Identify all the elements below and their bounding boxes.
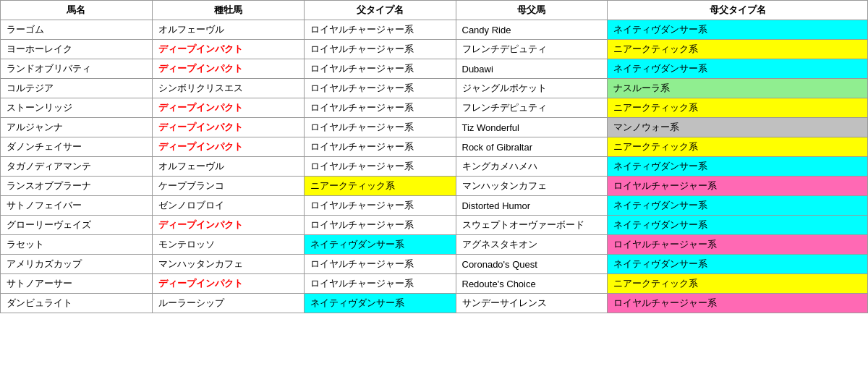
header-broodmare: 母父馬 [456,1,608,20]
header-row: 馬名 種牡馬 父タイプ名 母父馬 母父タイプ名 [1,1,868,20]
broodmare-sire: Distorted Humor [456,196,608,216]
table-row: コルテジアシンボリクリスエスロイヤルチャージャー系ジャングルポケットナスルーラ系 [1,79,868,98]
table-row: ラーゴムオルフェーヴルロイヤルチャージャー系Candy Rideネイティヴダンサ… [1,20,868,40]
table-row: アメリカズカップマンハッタンカフェロイヤルチャージャー系Coronado's Q… [1,255,868,274]
broodmare-sire: キングカメハメハ [456,157,608,177]
broodmare-type: マンノウォー系 [608,118,868,137]
sire-type: ロイヤルチャージャー系 [304,255,456,274]
horse-name: ヨーホーレイク [1,40,153,59]
broodmare-sire: Rock of Gibraltar [456,137,608,157]
broodmare-sire: マンハッタンカフェ [456,177,608,196]
sire-type: ロイヤルチャージャー系 [304,59,456,79]
broodmare-sire: サンデーサイレンス [456,294,608,313]
table-row: サトノフェイバーゼンノロブロイロイヤルチャージャー系Distorted Humo… [1,196,868,216]
broodmare-type: ニアークティック系 [608,98,868,118]
table-body: ラーゴムオルフェーヴルロイヤルチャージャー系Candy Rideネイティヴダンサ… [1,20,868,313]
horse-racing-table: 馬名 種牡馬 父タイプ名 母父馬 母父タイプ名 ラーゴムオルフェーヴルロイヤルチ… [0,0,868,313]
broodmare-sire: Coronado's Quest [456,255,608,274]
table-row: ランドオブリバティディープインパクトロイヤルチャージャー系Dubawiネイティヴ… [1,59,868,79]
broodmare-type: ネイティヴダンサー系 [608,196,868,216]
sire-type: ネイティヴダンサー系 [304,235,456,255]
sire-name: ディープインパクト [152,40,304,59]
broodmare-sire: アグネスタキオン [456,235,608,255]
header-sire: 種牡馬 [152,1,304,20]
horse-name: ランスオブプラーナ [1,177,153,196]
sire-name: ディープインパクト [152,98,304,118]
sire-type: ロイヤルチャージャー系 [304,79,456,98]
sire-type: ロイヤルチャージャー系 [304,216,456,235]
horse-name: ラセット [1,235,153,255]
horse-name: コルテジア [1,79,153,98]
sire-name: ルーラーシップ [152,294,304,313]
broodmare-type: ネイティヴダンサー系 [608,59,868,79]
table-row: ダンビュライトルーラーシップネイティヴダンサー系サンデーサイレンスロイヤルチャー… [1,294,868,313]
sire-name: オルフェーヴル [152,20,304,40]
horse-name: サトノアーサー [1,274,153,294]
broodmare-sire: スウェプトオーヴァーボード [456,216,608,235]
sire-type: ロイヤルチャージャー系 [304,157,456,177]
horse-name: ラーゴム [1,20,153,40]
broodmare-sire: Redoute's Choice [456,274,608,294]
broodmare-sire: Dubawi [456,59,608,79]
table-row: タガノディアマンテオルフェーヴルロイヤルチャージャー系キングカメハメハネイティヴ… [1,157,868,177]
broodmare-type: ニアークティック系 [608,40,868,59]
horse-name: グローリーヴェイズ [1,216,153,235]
broodmare-sire: Candy Ride [456,20,608,40]
sire-name: ディープインパクト [152,137,304,157]
broodmare-type: ニアークティック系 [608,137,868,157]
broodmare-type: ニアークティック系 [608,274,868,294]
sire-name: ケープブランコ [152,177,304,196]
sire-name: ゼンノロブロイ [152,196,304,216]
broodmare-sire: フレンチデピュティ [456,98,608,118]
horse-name: ストーンリッジ [1,98,153,118]
table-row: ヨーホーレイクディープインパクトロイヤルチャージャー系フレンチデピュティニアーク… [1,40,868,59]
table-row: ダノンチェイサーディープインパクトロイヤルチャージャー系Rock of Gibr… [1,137,868,157]
table-row: サトノアーサーディープインパクトロイヤルチャージャー系Redoute's Cho… [1,274,868,294]
sire-type: ロイヤルチャージャー系 [304,118,456,137]
broodmare-type: ネイティヴダンサー系 [608,20,868,40]
broodmare-type: ネイティヴダンサー系 [608,216,868,235]
broodmare-sire: Tiz Wonderful [456,118,608,137]
broodmare-type: ナスルーラ系 [608,79,868,98]
horse-name: タガノディアマンテ [1,157,153,177]
horse-name: ランドオブリバティ [1,59,153,79]
sire-type: ロイヤルチャージャー系 [304,274,456,294]
horse-name: ダンビュライト [1,294,153,313]
sire-type: ロイヤルチャージャー系 [304,98,456,118]
table-row: ラセットモンテロッソネイティヴダンサー系アグネスタキオンロイヤルチャージャー系 [1,235,868,255]
broodmare-type: ロイヤルチャージャー系 [608,177,868,196]
sire-type: ネイティヴダンサー系 [304,294,456,313]
sire-name: ディープインパクト [152,59,304,79]
horse-name: アメリカズカップ [1,255,153,274]
broodmare-sire: ジャングルポケット [456,79,608,98]
sire-type: ロイヤルチャージャー系 [304,40,456,59]
header-horse: 馬名 [1,1,153,20]
sire-name: ディープインパクト [152,118,304,137]
table-row: ランスオブプラーナケープブランコニアークティック系マンハッタンカフェロイヤルチャ… [1,177,868,196]
sire-name: シンボリクリスエス [152,79,304,98]
horse-name: ダノンチェイサー [1,137,153,157]
sire-name: モンテロッソ [152,235,304,255]
broodmare-type: ネイティヴダンサー系 [608,157,868,177]
broodmare-type: ロイヤルチャージャー系 [608,235,868,255]
sire-name: マンハッタンカフェ [152,255,304,274]
sire-name: ディープインパクト [152,216,304,235]
sire-type: ロイヤルチャージャー系 [304,137,456,157]
broodmare-type: ロイヤルチャージャー系 [608,294,868,313]
sire-name: オルフェーヴル [152,157,304,177]
sire-type: ニアークティック系 [304,177,456,196]
broodmare-type: ネイティヴダンサー系 [608,255,868,274]
sire-name: ディープインパクト [152,274,304,294]
header-broodmare-type: 母父タイプ名 [608,1,868,20]
broodmare-sire: フレンチデピュティ [456,40,608,59]
table-row: ストーンリッジディープインパクトロイヤルチャージャー系フレンチデピュティニアーク… [1,98,868,118]
sire-type: ロイヤルチャージャー系 [304,20,456,40]
horse-name: サトノフェイバー [1,196,153,216]
table-row: グローリーヴェイズディープインパクトロイヤルチャージャー系スウェプトオーヴァーボ… [1,216,868,235]
table-row: アルジャンナディープインパクトロイヤルチャージャー系Tiz Wonderfulマ… [1,118,868,137]
sire-type: ロイヤルチャージャー系 [304,196,456,216]
header-sire-type: 父タイプ名 [304,1,456,20]
horse-name: アルジャンナ [1,118,153,137]
